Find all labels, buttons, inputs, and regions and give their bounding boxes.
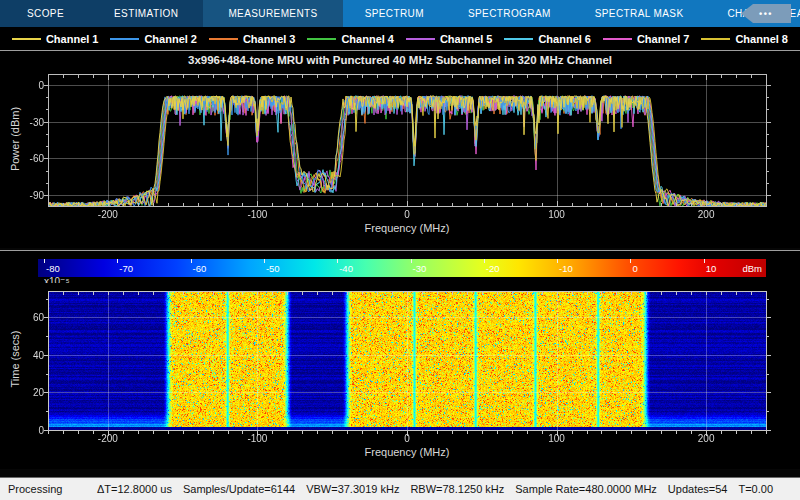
colorbar-tick: [411, 259, 412, 263]
colorbar-tick: [557, 259, 558, 263]
colorbar-tick-label: -10: [559, 263, 573, 274]
legend-label: Channel 1: [46, 33, 99, 45]
colorbar-tick-label: -80: [46, 263, 60, 274]
tab-measurements[interactable]: MEASUREMENTS: [203, 0, 342, 27]
spectrogram-xtick-label: 100: [548, 433, 565, 444]
colorbar-tick: [191, 259, 192, 263]
spectrogram-plot[interactable]: [40, 283, 774, 438]
spectrogram-ytick-label: 0: [14, 425, 44, 436]
status-item: Sample Rate=480.0000 MHz: [515, 483, 657, 495]
spectrum-xlabel: Frequency (MHz): [7, 222, 800, 234]
colorbar-tick: [704, 259, 705, 263]
spectrum-analyzer-window: SCOPE ESTIMATION MEASUREMENTS SPECTRUM S…: [0, 0, 800, 500]
legend-item-channel-2[interactable]: Channel 2: [110, 33, 197, 45]
status-item: Samples/Update=6144: [183, 483, 295, 495]
status-item: RBW=78.1250 kHz: [410, 483, 504, 495]
spectrogram-xtick-label: 200: [698, 433, 715, 444]
legend-item-channel-7[interactable]: Channel 7: [603, 33, 690, 45]
legend-line-icon: [209, 38, 238, 40]
spectrum-title: 3x996+484-tone MRU with Punctured 40 MHz…: [0, 54, 800, 66]
spectrogram-ytick-label: 60: [14, 312, 44, 323]
status-item: Updates=54: [668, 483, 728, 495]
colorbar-tick-label: 0: [632, 263, 637, 274]
colorbar-tick-label: -40: [339, 263, 353, 274]
colorbar-tick-label: -70: [119, 263, 133, 274]
tab-spectrogram[interactable]: SPECTROGRAM: [446, 0, 573, 27]
spectrogram-xlabel: Frequency (MHz): [7, 446, 800, 458]
spectrum-xtick-label: 0: [404, 209, 410, 220]
status-item: VBW=37.3019 kHz: [306, 483, 399, 495]
colorbar-tick: [44, 259, 45, 263]
tab-spectrum[interactable]: SPECTRUM: [343, 0, 446, 27]
legend-label: Channel 7: [637, 33, 690, 45]
spectrum-xtick-label: 100: [548, 209, 565, 220]
toolbar-context-tabs: SPECTRUM SPECTROGRAM SPECTRAL MASK CHANN…: [343, 0, 800, 27]
legend-item-channel-6[interactable]: Channel 6: [504, 33, 591, 45]
status-item: ΔT=12.8000 us: [97, 483, 172, 495]
legend-line-icon: [406, 38, 435, 40]
spectrum-ytick-label: 0: [14, 80, 44, 91]
colorbar-tick: [630, 259, 631, 263]
colorbar-tick-label: 10: [706, 263, 717, 274]
toolbar: SCOPE ESTIMATION MEASUREMENTS SPECTRUM S…: [0, 0, 800, 27]
spectrogram-xtick-label: -200: [98, 433, 118, 444]
status-item: T=0.00: [738, 483, 773, 495]
tab-spectral-mask[interactable]: SPECTRAL MASK: [573, 0, 706, 27]
ellipsis-icon: •••: [759, 9, 773, 19]
legend-item-channel-5[interactable]: Channel 5: [406, 33, 493, 45]
spectrum-plot[interactable]: [40, 66, 774, 214]
spectrum-ytick-label: -30: [14, 116, 44, 127]
spectrum-xtick-label: -100: [247, 209, 267, 220]
legend-label: Channel 4: [341, 33, 394, 45]
spectrogram-ytick-label: 20: [14, 387, 44, 398]
legend-label: Channel 5: [440, 33, 493, 45]
channel-legend: Channel 1Channel 2Channel 3Channel 4Chan…: [0, 27, 800, 50]
spectrum-ytick-label: -90: [14, 190, 44, 201]
legend-line-icon: [110, 38, 139, 40]
colorbar-tick: [484, 259, 485, 263]
colorbar-tick-label: -60: [193, 263, 207, 274]
colorbar-tick-label: -20: [486, 263, 500, 274]
spectrum-xtick-label: 200: [698, 209, 715, 220]
colorbar-tick-label: -30: [413, 263, 427, 274]
tab-estimation[interactable]: ESTIMATION: [89, 0, 203, 27]
colorbar-tick: [337, 259, 338, 263]
tab-scope[interactable]: SCOPE: [2, 0, 89, 27]
legend-line-icon: [603, 38, 632, 40]
legend-item-channel-4[interactable]: Channel 4: [307, 33, 394, 45]
spectrum-ytick-label: -60: [14, 153, 44, 164]
legend-item-channel-3[interactable]: Channel 3: [209, 33, 296, 45]
spectrogram-ytick-label: 40: [14, 349, 44, 360]
legend-line-icon: [307, 38, 336, 40]
legend-line-icon: [701, 38, 730, 40]
colorbar-tick: [117, 259, 118, 263]
status-text: Processing: [0, 483, 97, 495]
status-items: ΔT=12.8000 usSamples/Update=6144VBW=37.3…: [97, 483, 773, 495]
colorbar-unit-label: dBm: [732, 263, 762, 274]
spectrum-xtick-label: -200: [98, 209, 118, 220]
toolbar-main-tabs: SCOPE ESTIMATION MEASUREMENTS: [0, 0, 343, 27]
colorbar: dBm -80-70-60-50-40-30-20-10010: [38, 259, 766, 277]
status-bar: Processing ΔT=12.8000 usSamples/Update=6…: [0, 477, 800, 500]
legend-item-channel-8[interactable]: Channel 8: [701, 33, 788, 45]
legend-label: Channel 6: [538, 33, 591, 45]
spectrogram-xtick-label: 0: [404, 433, 410, 444]
colorbar-tick: [264, 259, 265, 263]
legend-line-icon: [12, 38, 41, 40]
spectrogram-xtick-label: -100: [247, 433, 267, 444]
legend-line-icon: [504, 38, 533, 40]
legend-label: Channel 8: [735, 33, 788, 45]
legend-label: Channel 3: [243, 33, 296, 45]
legend-label: Channel 2: [144, 33, 197, 45]
legend-item-channel-1[interactable]: Channel 1: [12, 33, 99, 45]
colorbar-tick-label: -50: [266, 263, 280, 274]
